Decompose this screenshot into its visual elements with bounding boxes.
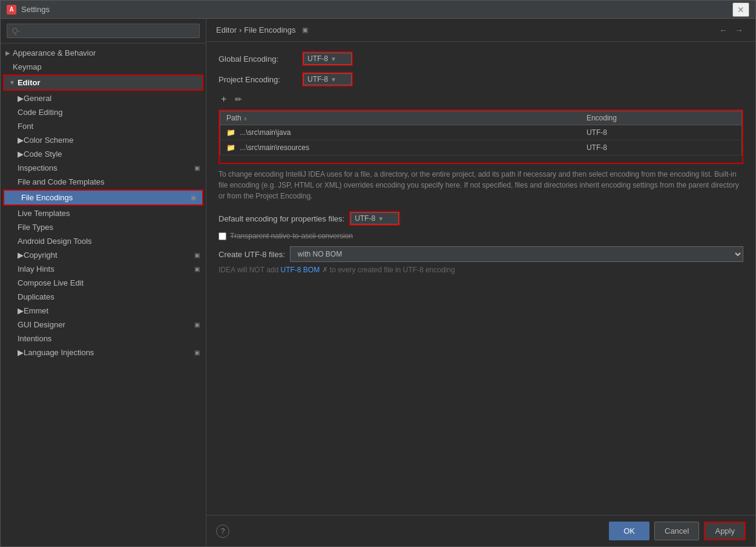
breadcrumb-current: File Encodings [244, 25, 295, 34]
expand-arrow: ▶ [5, 50, 10, 56]
app-icon: A [7, 5, 16, 15]
dropdown-arrow-icon: ▼ [330, 76, 337, 83]
sidebar-item-intentions[interactable]: Intentions [1, 332, 206, 346]
create-utf8-row: Create UTF-8 files: with NO BOM [219, 246, 743, 262]
sidebar-item-label: Android Design Tools [18, 237, 92, 246]
file-encoding-cell: UTF-8 [580, 140, 742, 156]
sidebar-item-code-style[interactable]: ▶ Code Style [1, 147, 206, 161]
sidebar-item-copyright[interactable]: ▶ Copyright ▣ [1, 248, 206, 262]
hint-suffix: to every created file in UTF-8 encoding [330, 266, 455, 274]
create-utf8-label: Create UTF-8 files: [219, 250, 285, 259]
indicator-icon: ▣ [194, 252, 200, 258]
add-button[interactable]: + [219, 93, 229, 106]
panel-header: Editor › File Encodings ▣ ← → [206, 19, 755, 42]
sidebar-item-label: File and Code Templates [18, 177, 105, 186]
default-enc-select[interactable]: UTF-8 ▼ [350, 212, 399, 224]
file-path-value: ...\src\main\java [240, 128, 291, 137]
nav-back-button[interactable]: ← [717, 24, 730, 36]
sidebar-item-file-types[interactable]: File Types [1, 220, 206, 234]
hint-highlight: UTF-8 BOM [280, 266, 320, 274]
hint-cross: ✗ [322, 266, 328, 274]
help-button[interactable]: ? [216, 525, 229, 538]
panel-nav: ← → [717, 24, 746, 36]
sidebar-item-gui-designer[interactable]: GUI Designer ▣ [1, 318, 206, 332]
sidebar-item-inspections[interactable]: Inspections ▣ [1, 161, 206, 175]
apply-button[interactable]: Apply [704, 522, 746, 540]
project-encoding-row: Project Encoding: UTF-8 ▼ [219, 72, 743, 87]
sidebar-item-appearance[interactable]: ▶ Appearance & Behavior [1, 46, 206, 60]
sidebar-item-emmet[interactable]: ▶ Emmet [1, 304, 206, 318]
table-row[interactable]: 📁 ...\src\main\resources UTF-8 [220, 140, 742, 156]
search-box [1, 19, 206, 44]
global-encoding-select[interactable]: UTF-8 ▼ [303, 53, 352, 65]
sidebar-item-inlay-hints[interactable]: Inlay Hints ▣ [1, 262, 206, 276]
indicator-icon: ▣ [194, 321, 200, 328]
sidebar-item-android-design-tools[interactable]: Android Design Tools [1, 234, 206, 248]
sidebar-item-compose-live-edit[interactable]: Compose Live Edit [1, 276, 206, 290]
breadcrumb-sep: › [239, 25, 242, 34]
file-path-cell: 📁 ...\src\main\resources [220, 140, 580, 156]
sidebar-item-keymap[interactable]: Keymap [1, 60, 206, 74]
file-encodings-table: Path ∧ Encoding 📁 ...\src\main\java [220, 111, 742, 156]
sidebar-item-color-scheme[interactable]: ▶ Color Scheme [1, 133, 206, 147]
toolbar-row: + ✏ [219, 93, 743, 106]
sidebar-tree: ▶ Appearance & Behavior Keymap ▼ Editor [1, 44, 206, 546]
sidebar-item-font[interactable]: Font [1, 119, 206, 133]
sidebar-item-general[interactable]: ▶ General [1, 91, 206, 105]
sidebar-item-label: Compose Live Edit [18, 278, 84, 287]
global-encoding-row: Global Encoding: UTF-8 ▼ [219, 51, 743, 66]
transparent-label: Transparent native-to-ascii conversion [230, 232, 353, 240]
sidebar-item-live-templates[interactable]: Live Templates [1, 206, 206, 220]
global-encoding-label: Global Encoding: [219, 54, 297, 64]
settings-window: A Settings ✕ ▶ Appearance & Behavior Key… [0, 0, 756, 547]
create-utf8-select[interactable]: with NO BOM [290, 246, 743, 262]
sidebar-item-language-injections[interactable]: ▶ Language Injections ▣ [1, 346, 206, 359]
close-button[interactable]: ✕ [732, 2, 749, 17]
transparent-checkbox[interactable] [219, 232, 226, 240]
sidebar-item-file-encodings[interactable]: File Encodings ▣ [4, 191, 202, 205]
main-panel: Editor › File Encodings ▣ ← → Global Enc… [206, 19, 755, 546]
expand-arrow: ▼ [9, 79, 15, 86]
sidebar-item-label: Language Injections [24, 348, 94, 357]
ok-button[interactable]: OK [609, 522, 649, 540]
sidebar: ▶ Appearance & Behavior Keymap ▼ Editor [1, 19, 206, 546]
table-row[interactable]: 📁 ...\src\main\java UTF-8 [220, 125, 742, 140]
sidebar-item-file-code-templates[interactable]: File and Code Templates [1, 175, 206, 189]
window-title: Settings [21, 5, 50, 14]
sidebar-item-label: Intentions [18, 334, 51, 343]
cancel-button[interactable]: Cancel [654, 522, 699, 540]
folder-icon: 📁 [226, 128, 235, 137]
sidebar-item-label: Inspections [18, 163, 58, 172]
default-enc-label: Default encoding for properties files: [219, 214, 344, 223]
search-input[interactable] [7, 24, 200, 38]
titlebar: A Settings ✕ [1, 1, 755, 19]
sidebar-item-code-editing[interactable]: Code Editing [1, 105, 206, 119]
sidebar-item-label: Code Style [24, 149, 62, 159]
sort-icon[interactable]: ∧ [243, 116, 248, 122]
expand-arrow: ▶ [18, 136, 24, 145]
hint-text: IDEA will NOT add UTF-8 BOM ✗ to every c… [219, 266, 743, 274]
dropdown-arrow-icon: ▼ [330, 56, 337, 62]
global-encoding-value: UTF-8 [307, 54, 328, 63]
pin-icon[interactable]: ▣ [302, 26, 308, 34]
file-path-cell: 📁 ...\src\main\java [220, 125, 580, 140]
project-encoding-select[interactable]: UTF-8 ▼ [303, 73, 352, 85]
sidebar-item-label: General [24, 94, 51, 103]
sidebar-item-label: Copyright [24, 251, 58, 260]
default-encoding-row: Default encoding for properties files: U… [219, 211, 743, 226]
sidebar-item-label: Color Scheme [24, 136, 73, 145]
default-enc-value: UTF-8 [355, 214, 375, 223]
edit-button[interactable]: ✏ [232, 93, 245, 105]
sidebar-item-editor[interactable]: ▼ Editor [4, 76, 202, 90]
sidebar-item-label: File Encodings [21, 193, 73, 202]
sidebar-item-duplicates[interactable]: Duplicates [1, 290, 206, 304]
file-path-value: ...\src\main\resources [240, 143, 309, 152]
expand-arrow: ▶ [18, 94, 24, 103]
sidebar-item-label: Inlay Hints [18, 264, 54, 274]
expand-arrow: ▶ [18, 306, 24, 315]
sidebar-item-label: Emmet [24, 306, 48, 315]
expand-arrow: ▶ [18, 149, 24, 159]
nav-forward-button[interactable]: → [732, 24, 746, 36]
sidebar-item-label: Font [18, 122, 33, 131]
hint-prefix: IDEA will NOT add [219, 266, 280, 274]
